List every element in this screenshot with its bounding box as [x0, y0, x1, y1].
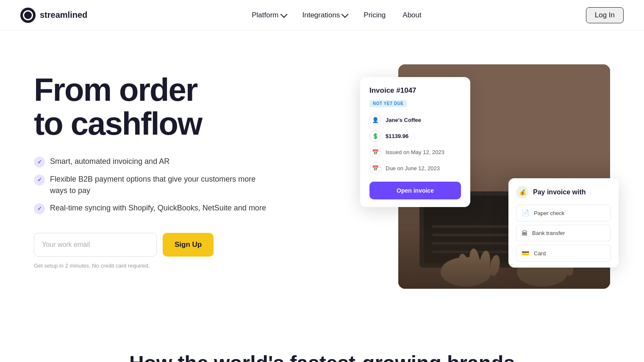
- login-button[interactable]: Log In: [586, 7, 624, 23]
- navbar: streamlined Platform Integrations Pricin…: [0, 0, 644, 30]
- hero-heading-line2: to cashflow: [34, 105, 202, 141]
- check-payment-icon: 📄: [522, 209, 530, 217]
- pay-option-bank[interactable]: 🏛 Bank transfer: [516, 225, 611, 241]
- hero-heading: From order to cashflow: [34, 73, 271, 141]
- logo[interactable]: streamlined: [20, 8, 87, 23]
- card-icon: 💳: [522, 249, 530, 257]
- check-icon-2: [34, 174, 45, 185]
- nav-about[interactable]: About: [402, 11, 421, 19]
- bottom-heading: How the world's fastest-growing brands g…: [20, 352, 624, 362]
- feature-3-text: Real-time syncing with Shopify, QuickBoo…: [50, 202, 266, 214]
- feature-1: Smart, automated invoicing and AR: [34, 156, 271, 168]
- invoice-due-row: 📅 Due on June 12, 2023: [369, 162, 461, 174]
- dollar-icon: 💲: [369, 130, 381, 142]
- invoice-title: Invoice #1047: [369, 86, 461, 95]
- feature-2: Flexible B2B payment options that give y…: [34, 174, 271, 196]
- invoice-due: Due on June 12, 2023: [386, 165, 440, 171]
- pay-option-bank-label: Bank transfer: [532, 230, 565, 236]
- pay-option-card[interactable]: 💳 Card: [516, 245, 611, 262]
- invoice-card: Invoice #1047 NOT YET DUE 👤 Jane's Coffe…: [360, 77, 470, 207]
- bottom-heading-line1: How the world's fastest-growing brands: [129, 352, 515, 362]
- nav-integrations[interactable]: Integrations: [303, 11, 347, 19]
- pay-dollar-icon: 💰: [516, 186, 529, 199]
- invoice-rows: 👤 Jane's Coffee 💲 $1139.96 📅 Issued on M…: [369, 114, 461, 174]
- person-icon: 👤: [369, 114, 381, 126]
- hero-note: Get setup in 2 minutes. No credit card r…: [34, 263, 271, 269]
- nav-pricing[interactable]: Pricing: [364, 11, 386, 19]
- bottom-section: How the world's fastest-growing brands g…: [0, 327, 644, 362]
- check-icon-3: [34, 203, 45, 214]
- hero-left: From order to cashflow Smart, automated …: [34, 64, 271, 269]
- bank-icon: 🏛: [522, 229, 528, 237]
- invoice-issued: Issued on May 12, 2023: [386, 149, 444, 155]
- pay-card-title: 💰 Pay invoice with: [516, 186, 611, 199]
- check-icon-1: [34, 157, 45, 168]
- pay-option-check[interactable]: 📄 Paper check: [516, 204, 611, 221]
- email-input[interactable]: [34, 233, 157, 257]
- feature-2-text: Flexible B2B payment options that give y…: [50, 174, 271, 196]
- pay-options-list: 📄 Paper check 🏛 Bank transfer 💳 Card: [516, 204, 611, 262]
- invoice-amount: $1139.96: [386, 133, 408, 139]
- hero-cta: Sign Up: [34, 233, 271, 257]
- svg-point-11: [479, 250, 491, 275]
- svg-point-7: [441, 257, 491, 287]
- invoice-client-row: 👤 Jane's Coffee: [369, 114, 461, 126]
- invoice-issued-row: 📅 Issued on May 12, 2023: [369, 146, 461, 158]
- svg-point-10: [468, 248, 480, 274]
- pay-card: 💰 Pay invoice with 📄 Paper check 🏛 Bank …: [508, 178, 619, 268]
- hero-illustration: Invoice #1047 NOT YET DUE 👤 Jane's Coffe…: [373, 64, 610, 293]
- platform-chevron-icon: [280, 11, 287, 18]
- pay-card-title-text: Pay invoice with: [533, 188, 586, 196]
- open-invoice-button[interactable]: Open invoice: [369, 182, 461, 199]
- hero-features-list: Smart, automated invoicing and AR Flexib…: [34, 156, 271, 214]
- feature-1-text: Smart, automated invoicing and AR: [50, 156, 169, 167]
- pay-option-check-label: Paper check: [534, 210, 564, 216]
- svg-point-12: [489, 254, 501, 276]
- calendar-icon-issued: 📅: [369, 146, 381, 158]
- logo-icon: [20, 8, 36, 23]
- hero-heading-line1: From order: [34, 72, 197, 108]
- hero-section: From order to cashflow Smart, automated …: [0, 30, 644, 327]
- integrations-chevron-icon: [341, 11, 349, 18]
- nav-links: Platform Integrations Pricing About: [252, 11, 422, 19]
- svg-point-9: [457, 253, 471, 278]
- signup-button[interactable]: Sign Up: [163, 233, 214, 257]
- logo-text: streamlined: [40, 10, 87, 20]
- nav-platform[interactable]: Platform: [252, 11, 285, 19]
- pay-option-card-label: Card: [534, 250, 546, 257]
- invoice-badge: NOT YET DUE: [369, 100, 407, 107]
- feature-3: Real-time syncing with Shopify, QuickBoo…: [34, 202, 271, 214]
- invoice-amount-row: 💲 $1139.96: [369, 130, 461, 142]
- calendar-icon-due: 📅: [369, 162, 381, 174]
- invoice-client: Jane's Coffee: [386, 117, 421, 123]
